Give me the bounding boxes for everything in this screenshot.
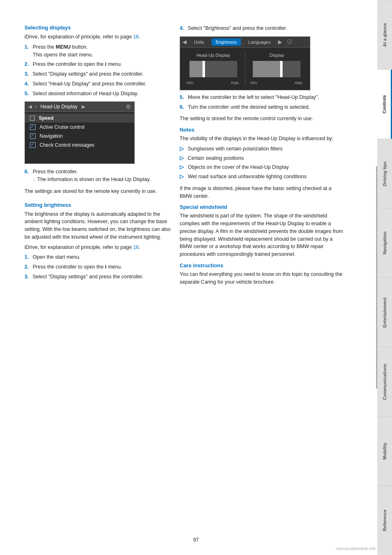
selecting-steps-list: 1. Press the MENU button.This opens the …	[24, 43, 172, 98]
step-6-list: 6. Press the controller.✓ The informatio…	[24, 168, 172, 184]
page-container: Selecting displays iDrive, for explanati…	[0, 0, 392, 555]
care-instructions-heading: Care instructions	[180, 262, 343, 269]
checkmark-icon-2	[30, 133, 36, 139]
brightness-arrow-left: ◀	[183, 39, 187, 45]
brightness-controls-area: Head-Up Display min. max. Displa	[180, 48, 310, 90]
brightness-screenshot: ◀ Units Brightness Languages ▶ ⓘ Head-Up…	[180, 36, 310, 90]
notes-bullets: ▷ Sunglasses with certain polarization f…	[180, 145, 343, 181]
sidebar-item-controls[interactable]: Controls	[377, 69, 392, 139]
display-brightness-section: Display min. max.	[250, 53, 304, 85]
watermark: carmanualsonline.info	[336, 546, 376, 551]
step-4-left: 4. Select "Head-Up Display" and press th…	[24, 80, 172, 88]
brightness-tab-units[interactable]: Units	[190, 38, 208, 46]
arrow-bullet-icon-1: ▷	[180, 145, 184, 153]
right-column: 4. Select "Brightness" and press the con…	[180, 25, 343, 539]
right-step-4: 4. Select "Brightness" and press the con…	[180, 25, 343, 32]
brightness-arrow-right: ▶	[278, 39, 282, 45]
arrow-bullet-icon-2: ▷	[180, 154, 184, 162]
special-windshield-text: The windshield is part of the system. Th…	[180, 212, 343, 258]
bullet-2: ▷ Certain seating positions	[180, 154, 343, 162]
menu-header: ◀ ✓ Head-Up Display ▶ ⚙	[25, 102, 134, 112]
arrow-bullet-icon-4: ▷	[180, 173, 184, 181]
hud-min-label: min.	[187, 81, 194, 85]
brightness-step-2: 2. Press the controller to open the i me…	[24, 263, 172, 271]
brightness-para2: iDrive, for explanation of principle, re…	[24, 244, 172, 251]
notes-intro: The visibility of the displays in the He…	[180, 135, 343, 143]
menu-title: Head-Up Display	[40, 104, 78, 110]
sidebar-item-at-a-glance[interactable]: At a glance	[377, 0, 392, 69]
selecting-displays-intro: iDrive, for explanation of principle, re…	[24, 33, 172, 41]
side-tabs: At a glance Controls Driving tips Naviga…	[377, 0, 392, 555]
selecting-closing-text: The settings are stored for the remote k…	[24, 188, 172, 195]
page-number: 97	[193, 537, 198, 543]
setting-brightness-heading: Setting brightness	[24, 202, 172, 208]
notes-footer: If the image is distorted, please have t…	[180, 185, 343, 200]
brightness-info-icon: ⓘ	[287, 38, 292, 45]
right-steps-5-6: 5. Move the controller to the left to se…	[180, 94, 343, 111]
display-slider-area	[253, 61, 301, 77]
hud-slider-knob	[203, 61, 205, 77]
menu-screenshot: ◀ ✓ Head-Up Display ▶ ⚙ Speed Active Cru…	[24, 101, 135, 164]
menu-item-check-control: Check Control messages	[25, 141, 134, 150]
step-2: 2. Press the controller to open the i me…	[24, 60, 172, 68]
settings-icon: ⚙	[126, 103, 131, 110]
menu-item-speed: Speed	[25, 114, 134, 123]
brightness-step-3: 3. Select "Display settings" and press t…	[24, 273, 172, 281]
checkmark-icon-3	[30, 142, 36, 148]
right-step-5: 5. Move the controller to the left to se…	[180, 94, 343, 101]
checkmark-icon-1	[30, 124, 36, 130]
brightness-divider	[245, 53, 245, 85]
brightness-tabs-bar: ◀ Units Brightness Languages ▶ ⓘ	[180, 37, 310, 48]
hud-slider-area	[189, 61, 237, 77]
brightness-tab-brightness[interactable]: Brightness	[212, 38, 241, 46]
hud-brightness-section: Head-Up Display min. max.	[187, 53, 240, 85]
sidebar-item-entertainment[interactable]: Entertainment	[377, 278, 392, 347]
sidebar-item-reference[interactable]: Reference	[377, 486, 392, 555]
bullet-1: ▷ Sunglasses with certain polarization f…	[180, 145, 343, 153]
right-step-6: 6. Turn the controller until the desired…	[180, 103, 343, 111]
step-6: 6. Press the controller.✓ The informatio…	[24, 168, 172, 184]
main-content: Selecting displays iDrive, for explanati…	[0, 0, 377, 555]
care-instructions-text: You can find everything you need to know…	[180, 271, 343, 286]
sidebar-item-mobility[interactable]: Mobility	[377, 416, 392, 486]
bullet-4: ▷ Wet road surface and unfavorable light…	[180, 173, 343, 181]
sidebar-item-navigation[interactable]: Navigation	[377, 208, 392, 278]
step-3: 3. Select "Display settings" and press t…	[24, 70, 172, 78]
arrow-bullet-icon-3: ▷	[180, 163, 184, 171]
step-1: 1. Press the MENU button.This opens the …	[24, 43, 172, 59]
brightness-steps-list: 1. Open the start menu. 2. Press the con…	[24, 253, 172, 280]
page-footer: 97	[193, 537, 198, 543]
hud-label: Head-Up Display	[196, 53, 230, 58]
square-icon	[30, 116, 35, 121]
brightness-para1: The brightness of the display is automat…	[24, 210, 172, 241]
notes-heading: Notes	[180, 127, 343, 133]
selecting-displays-heading: Selecting displays	[24, 25, 172, 31]
step-5-left: 5. Select desired information of Head-Up…	[24, 90, 172, 98]
page-16-link-2[interactable]: 16	[133, 244, 139, 250]
display-slider-knob	[280, 61, 283, 77]
menu-item-navigation: Navigation	[25, 132, 134, 141]
display-max-label: max.	[294, 81, 303, 85]
special-windshield-heading: Special windshield	[180, 204, 343, 210]
hud-max-label: max.	[231, 81, 240, 85]
sidebar-item-driving-tips[interactable]: Driving tips	[377, 139, 392, 208]
brightness-step-1: 1. Open the start menu.	[24, 253, 172, 261]
right-closing-text: The setting is stored for the remote con…	[180, 115, 343, 123]
sidebar-item-communications[interactable]: Communications	[377, 347, 392, 416]
bullet-3: ▷ Objects on the cover of the Head-Up Di…	[180, 163, 343, 171]
vertical-line-decoration	[376, 166, 377, 388]
left-column: Selecting displays iDrive, for explanati…	[24, 25, 172, 539]
page-16-link-1[interactable]: 16	[133, 34, 139, 40]
display-min-label: min.	[250, 81, 258, 85]
right-step4-list: 4. Select "Brightness" and press the con…	[180, 25, 343, 32]
menu-items: Speed Active Cruise control Navigation C…	[25, 112, 134, 163]
menu-item-cruise: Active Cruise control	[25, 123, 134, 132]
brightness-tab-languages[interactable]: Languages	[244, 38, 274, 46]
display-label: Display	[270, 53, 284, 58]
